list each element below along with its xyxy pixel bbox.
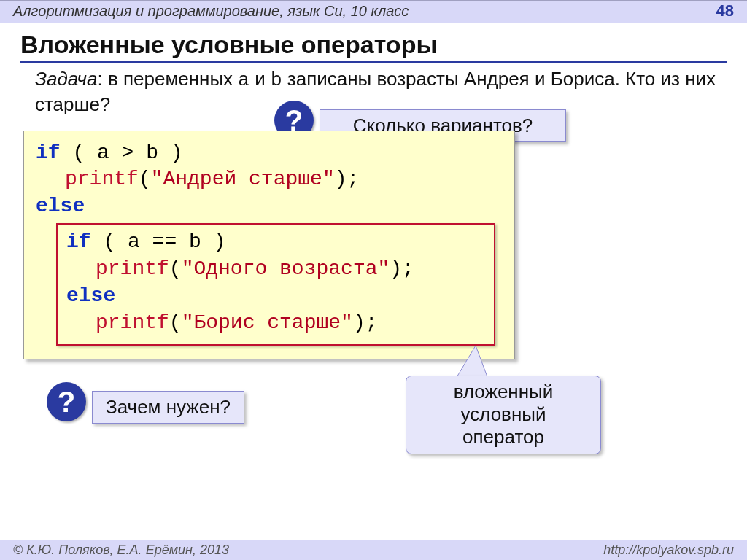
page-number: 48 [716, 1, 734, 20]
task-var-a: a [238, 69, 249, 91]
code-line-1: if ( a > b ) [36, 140, 503, 167]
inner-line-4: printf("Борис старше"); [66, 310, 485, 337]
callout-why-needed: Зачем нужен? [92, 391, 244, 424]
task-label: Задача [35, 68, 97, 90]
callout-nested-operator: вложенный условный оператор [406, 376, 601, 454]
slide-footer: © К.Ю. Поляков, Е.А. Ерёмин, 2013 http:/… [0, 540, 747, 560]
task-part2: и [249, 68, 271, 90]
course-title: Алгоритмизация и программирование, язык … [13, 3, 409, 20]
code-block-inner: if ( a == b ) printf("Одного возраста");… [56, 223, 495, 346]
code-line-2: printf("Андрей старше"); [36, 166, 503, 193]
code-line-3: else [36, 193, 503, 220]
inner-line-2: printf("Одного возраста"); [66, 256, 485, 283]
code-block-outer: if ( a > b ) printf("Андрей старше"); el… [23, 131, 515, 360]
footer-url: http://kpolyakov.spb.ru [603, 542, 734, 558]
footer-copyright: © К.Ю. Поляков, Е.А. Ерёмин, 2013 [13, 542, 229, 558]
inner-line-1: if ( a == b ) [66, 229, 485, 256]
question-mark-icon: ? [47, 382, 86, 421]
task-var-b: b [271, 69, 282, 91]
slide-title: Вложенные условные операторы [20, 31, 727, 63]
slide-header: Алгоритмизация и программирование, язык … [0, 0, 747, 23]
inner-line-3: else [66, 283, 485, 310]
task-part1: : в переменных [97, 68, 238, 90]
